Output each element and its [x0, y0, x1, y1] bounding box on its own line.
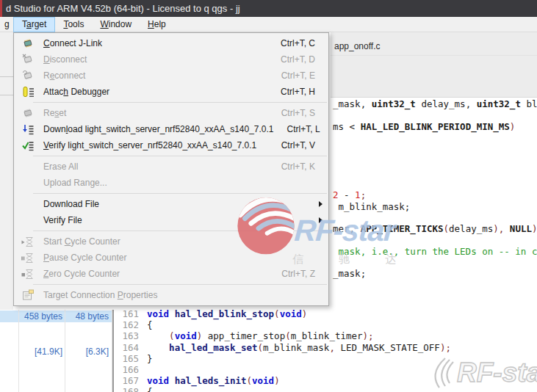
code-line: 161void hal_led_blink_stop(void): [114, 308, 307, 319]
attach-debugger-icon: [20, 86, 36, 98]
panel-splitter[interactable]: [112, 310, 114, 392]
menu-item-shortcut: Ctrl+T, L: [287, 124, 326, 134]
menu-item-label: Pause Cycle Counter: [43, 253, 321, 263]
menu-item-upload-range[interactable]: Upload Range...: [14, 175, 328, 191]
window-title: d Studio for ARM V4.52b (64-bit) - Licen…: [6, 3, 240, 14]
code-line: 162{: [114, 319, 153, 330]
code-line: _mask, uint32_t delay_ms, uint32_t blink: [333, 98, 537, 109]
menu-item-label: Start Cycle Counter: [43, 236, 321, 247]
menu-item-target-connection-properties[interactable]: Target Connection Properties: [14, 287, 328, 303]
menu-item-shortcut: Ctrl+T, C: [281, 38, 321, 48]
code-editor-bottom[interactable]: 161void hal_led_blink_stop(void)162{163 …: [114, 308, 537, 392]
submenu-arrow-icon: [319, 201, 322, 207]
no-icon: [20, 161, 36, 173]
line-number: 166: [114, 364, 139, 375]
menu-item-pause-cycle-counter[interactable]: Pause Cycle Counter: [14, 250, 328, 266]
left-dock-sliver: [0, 32, 13, 310]
menu-item-reconnect[interactable]: ReconnectCtrl+T, E: [14, 68, 328, 84]
code-line: 167void hal_leds_init(void): [114, 375, 280, 386]
menu-bar-partial-item[interactable]: g: [4, 19, 10, 29]
code-line: 164 hal_led_mask_set(m_blink_mask, LED_M…: [114, 342, 451, 353]
no-icon: [20, 214, 36, 226]
zero-cycle-icon: [20, 268, 36, 280]
project-size-panel: 458 bytes48 bytes[41.9K][6.3K]: [0, 310, 114, 392]
menu-item-label: Reset: [43, 108, 268, 118]
line-number: 163: [114, 330, 139, 341]
menu-item-verify-light-switch-server-nrf52840-xxaa[interactable]: Verify light_switch_server_nrf52840_xxAA…: [14, 137, 328, 153]
line-number: 161: [114, 308, 139, 319]
code-line: mask, i.e., turn the LEDs on -- in case: [333, 246, 537, 257]
start-cycle-icon: [20, 236, 36, 247]
code-line: 166: [114, 364, 147, 375]
menu-item-shortcut: Ctrl+T, V: [281, 140, 321, 150]
menu-item-label: Upload Range...: [43, 178, 321, 188]
menubar-item-window[interactable]: Window: [92, 17, 140, 32]
menu-item-label: Zero Cycle Counter: [43, 269, 268, 279]
chip-reset-icon: [20, 107, 36, 119]
chip-disconnect-icon: [20, 54, 36, 65]
menu-item-erase-all[interactable]: Erase AllCtrl+T, K: [14, 159, 328, 175]
submenu-arrow-icon: [319, 217, 322, 223]
properties-icon: [20, 289, 36, 301]
line-number: 162: [114, 319, 139, 330]
code-line: 168{: [114, 386, 153, 392]
size-value-total[interactable]: [41.9K]: [15, 346, 62, 357]
menu-item-label: Target Connection Properties: [43, 290, 321, 300]
application-window: d Studio for ARM V4.52b (64-bit) - Licen…: [0, 0, 537, 392]
menu-item-verify-file[interactable]: Verify File: [14, 212, 328, 228]
menu-item-label: Verify light_switch_server_nrf52840_xxAA…: [43, 140, 268, 150]
no-icon: [20, 177, 36, 189]
menubar-item-tools[interactable]: Tools: [55, 17, 92, 32]
size-value-total[interactable]: [6.3K]: [65, 346, 109, 357]
size-value-bytes[interactable]: 48 bytes: [65, 311, 109, 322]
code-line: mer, APP_TIMER_TICKS(delay_ms), NULL) ==: [333, 223, 537, 234]
menu-item-disconnect[interactable]: DisconnectCtrl+T, D: [14, 51, 328, 68]
line-number: 168: [114, 386, 139, 392]
menu-separator: [33, 156, 327, 156]
menu-separator: [33, 193, 327, 194]
code-line: 2 - 1;: [333, 189, 366, 200]
menu-item-connect-j-link[interactable]: Connect J-LinkCtrl+T, C: [14, 35, 328, 51]
menu-item-shortcut: Ctrl+T, Z: [281, 269, 321, 279]
no-icon: [20, 198, 36, 210]
menu-item-label: Disconnect: [43, 54, 267, 65]
code-line: m_blink_mask;: [333, 201, 410, 212]
size-value-bytes[interactable]: 458 bytes: [15, 311, 62, 322]
tab-app-onoff-c[interactable]: app_onoff.c: [334, 41, 381, 51]
panel-divider: [0, 76, 13, 77]
chip-connect-icon: [20, 37, 36, 49]
tab-bar-divider: [331, 55, 537, 56]
menu-bar: g TargetToolsWindowHelp: [0, 17, 537, 32]
download-icon: [20, 123, 36, 135]
line-number: 167: [114, 375, 139, 386]
code-editor-right-fragment[interactable]: _mask, uint32_t delay_ms, uint32_t blink…: [332, 98, 537, 310]
menu-item-label: Connect J-Link: [43, 38, 267, 48]
app-icon-sliver: [0, 0, 2, 17]
menu-separator: [33, 102, 327, 103]
code-line: 165}: [114, 353, 153, 364]
code-line: 163 (void) app_timer_stop(m_blink_timer)…: [114, 330, 374, 341]
editor-tab-bar: app_onoff.c: [331, 32, 537, 98]
title-bar[interactable]: d Studio for ARM V4.52b (64-bit) - Licen…: [0, 0, 537, 17]
code-line: ms < HAL_LED_BLINK_PERIOD_MIN_MS): [333, 121, 515, 132]
panel-divider: [0, 95, 13, 95]
menubar-item-target[interactable]: Target: [13, 17, 55, 32]
line-number: 164: [114, 342, 139, 353]
menu-item-download-file[interactable]: Download File: [14, 196, 328, 212]
menu-item-zero-cycle-counter[interactable]: Zero Cycle CounterCtrl+T, Z: [14, 266, 328, 282]
menu-bar-items: TargetToolsWindowHelp: [13, 17, 174, 32]
menu-item-label: Download light_switch_server_nrf52840_xx…: [43, 124, 274, 134]
menu-item-attach-debugger[interactable]: Attach DebuggerCtrl+T, H: [14, 84, 328, 100]
menu-item-label: Reconnect: [43, 70, 268, 81]
menu-item-label: Attach Debugger: [43, 87, 267, 97]
code-line: _mask;: [333, 268, 366, 279]
menubar-item-help[interactable]: Help: [140, 17, 174, 32]
menu-item-reset[interactable]: ResetCtrl+T, S: [14, 105, 328, 121]
chip-reconnect-icon: [20, 70, 36, 81]
menu-item-start-cycle-counter[interactable]: Start Cycle Counter: [14, 233, 328, 250]
menu-item-label: Download File: [43, 199, 321, 209]
menu-item-download-light-switch-server-nrf52840-xx[interactable]: Download light_switch_server_nrf52840_xx…: [14, 121, 328, 137]
menu-item-label: Verify File: [43, 215, 321, 225]
menu-separator: [33, 231, 327, 231]
verify-icon: [20, 139, 36, 151]
